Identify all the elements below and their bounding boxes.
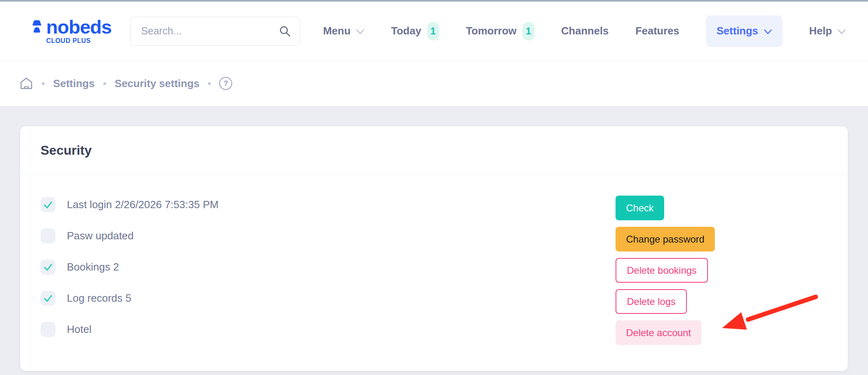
search-input[interactable] bbox=[141, 25, 279, 37]
nav-item-features[interactable]: Features bbox=[635, 25, 679, 37]
breadcrumb: • Settings • Security settings • ? bbox=[0, 61, 868, 106]
card-header: Security bbox=[20, 126, 848, 175]
delete-logs-button[interactable]: Delete logs bbox=[616, 289, 687, 314]
logo-name: nobeds bbox=[46, 18, 111, 36]
main-content: Security Last login 2/26/2026 7:53:35 PM… bbox=[0, 106, 868, 375]
breadcrumb-settings[interactable]: Settings bbox=[53, 77, 95, 90]
nav-item-label: Today bbox=[391, 25, 421, 37]
checklist-label: Last login 2/26/2026 7:53:35 PM bbox=[67, 198, 218, 211]
home-icon[interactable] bbox=[19, 77, 33, 90]
nav-item-help[interactable]: Help bbox=[809, 25, 846, 37]
lamp-logo-icon bbox=[30, 19, 44, 38]
nav-item-settings[interactable]: Settings bbox=[706, 15, 782, 47]
nav-item-channels[interactable]: Channels bbox=[561, 25, 609, 37]
checklist-label: Pasw updated bbox=[67, 230, 134, 242]
nav-item-label: Menu bbox=[323, 25, 351, 37]
checklist-label: Hotel bbox=[67, 323, 92, 336]
change-password-button[interactable]: Change password bbox=[616, 227, 715, 251]
nav-item-label: Channels bbox=[561, 25, 609, 37]
check-button[interactable]: Check bbox=[616, 196, 664, 220]
delete-account-button[interactable]: Delete account bbox=[616, 320, 701, 345]
nav-item-label: Tomorrow bbox=[466, 25, 517, 37]
nav-item-label: Help bbox=[809, 25, 832, 37]
checkbox-checked[interactable] bbox=[41, 291, 56, 306]
nav-item-label: Features bbox=[635, 25, 679, 37]
security-checklist: Last login 2/26/2026 7:53:35 PM Pasw upd… bbox=[20, 175, 848, 345]
checklist-label: Log records 5 bbox=[67, 292, 131, 305]
chevron-down-icon bbox=[356, 29, 364, 34]
nobeds-logo[interactable]: nobeds CLOUD PLUS bbox=[30, 18, 111, 45]
breadcrumb-separator: • bbox=[41, 78, 45, 89]
breadcrumb-separator: • bbox=[207, 78, 211, 89]
checkbox-checked[interactable] bbox=[41, 260, 56, 275]
nav-item-label: Settings bbox=[716, 25, 758, 37]
tomorrow-count-badge: 1 bbox=[522, 22, 534, 40]
checklist-label: Bookings 2 bbox=[67, 261, 119, 273]
checkbox-unchecked[interactable] bbox=[41, 322, 56, 337]
checkmark-icon bbox=[43, 200, 53, 210]
chevron-down-icon bbox=[838, 29, 846, 34]
delete-bookings-button[interactable]: Delete bookings bbox=[616, 258, 708, 283]
checkmark-icon bbox=[43, 293, 53, 303]
nav-item-menu[interactable]: Menu bbox=[323, 25, 364, 37]
search-icon[interactable] bbox=[279, 25, 291, 37]
nav-item-today[interactable]: Today 1 bbox=[391, 22, 439, 40]
breadcrumb-security-settings[interactable]: Security settings bbox=[115, 77, 200, 90]
checkbox-checked[interactable] bbox=[41, 197, 56, 212]
security-actions: Check Change password Delete bookings De… bbox=[616, 196, 715, 345]
checkbox-unchecked[interactable] bbox=[41, 228, 56, 243]
main-nav: Menu Today 1 Tomorrow 1 Channels Feature… bbox=[323, 15, 846, 47]
security-card: Security Last login 2/26/2026 7:53:35 PM… bbox=[20, 126, 848, 371]
nav-item-tomorrow[interactable]: Tomorrow 1 bbox=[466, 22, 534, 40]
chevron-down-icon bbox=[764, 29, 772, 34]
today-count-badge: 1 bbox=[427, 22, 439, 40]
navbar: nobeds CLOUD PLUS Menu Today 1 Tomorrow … bbox=[0, 2, 868, 61]
page-title: Security bbox=[41, 143, 92, 158]
checkmark-icon bbox=[43, 262, 53, 272]
breadcrumb-separator: • bbox=[103, 78, 107, 89]
search-box bbox=[130, 17, 300, 46]
logo-tagline: CLOUD PLUS bbox=[46, 37, 111, 45]
help-circle-icon[interactable]: ? bbox=[219, 77, 232, 90]
